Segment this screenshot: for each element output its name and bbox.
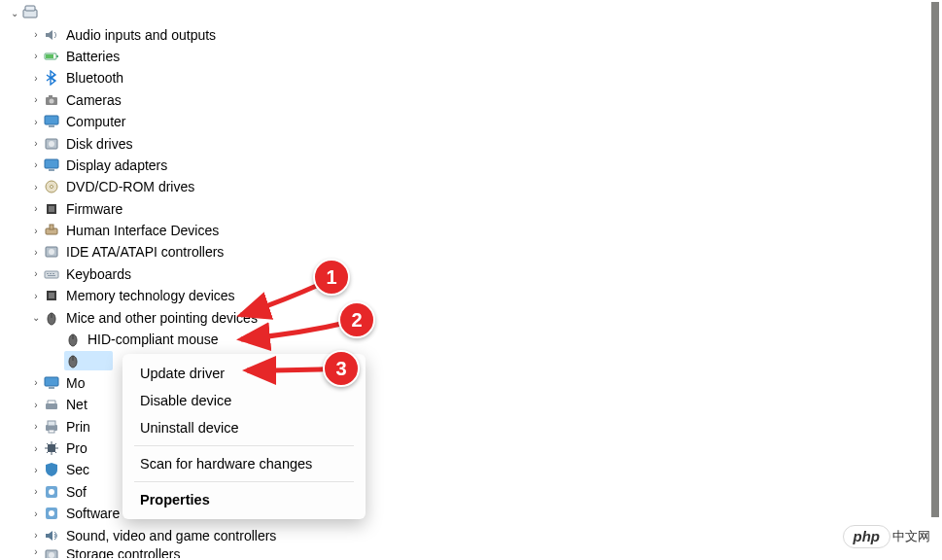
tree-item-label: Sec xyxy=(66,462,93,477)
ctx-properties[interactable]: Properties xyxy=(122,486,366,513)
chevron-right-icon[interactable]: › xyxy=(29,421,43,432)
tree-item-label: HID-compliant mouse xyxy=(87,332,223,347)
tree-item-display-adapters[interactable]: › Display adapters xyxy=(29,155,902,176)
tree-item-label: Mo xyxy=(66,375,88,391)
tree-item-label: DVD/CD-ROM drives xyxy=(66,179,198,194)
processor-icon xyxy=(43,439,60,457)
watermark-logo: php xyxy=(843,525,891,548)
mouse-icon xyxy=(64,331,82,348)
chevron-right-icon[interactable]: › xyxy=(29,443,43,454)
tree-item-label: Sof xyxy=(66,484,90,500)
chevron-right-icon[interactable]: › xyxy=(29,400,43,410)
tree-item-label: Memory technology devices xyxy=(66,288,239,303)
chevron-right-icon[interactable]: › xyxy=(29,51,43,61)
chevron-right-icon[interactable]: › xyxy=(29,247,43,258)
watermark-text: 中文网 xyxy=(892,528,930,545)
chevron-right-icon[interactable]: › xyxy=(29,159,43,170)
tree-item-label: Pro xyxy=(66,440,91,456)
monitor-icon xyxy=(43,374,60,392)
annotation-badge-2: 2 xyxy=(338,301,375,338)
tree-item-label: Software xyxy=(66,506,123,521)
tree-item-dvd[interactable]: › DVD/CD-ROM drives xyxy=(29,176,902,197)
software-device-icon xyxy=(43,505,60,522)
display-adapter-icon xyxy=(43,157,60,174)
tree-item-label: Firmware xyxy=(66,201,126,217)
tree-item-label: Display adapters xyxy=(66,158,171,173)
tree-item-label: Computer xyxy=(66,114,129,129)
chevron-right-icon[interactable]: › xyxy=(29,465,43,475)
tree-item-label: Mice and other pointing devices xyxy=(66,310,262,326)
tree-item-hid[interactable]: › Human Interface Devices xyxy=(29,220,902,241)
tree-item-label: Keyboards xyxy=(66,266,135,282)
tree-item-computer[interactable]: › Computer xyxy=(29,111,902,132)
chevron-right-icon[interactable]: › xyxy=(29,508,43,519)
monitor-icon xyxy=(43,113,60,130)
annotation-badge-1: 1 xyxy=(313,259,350,296)
chevron-right-icon[interactable]: › xyxy=(29,94,43,105)
tree-item-storage-controllers[interactable]: › Storage controllers xyxy=(29,546,902,558)
chevron-right-icon[interactable]: › xyxy=(29,117,43,127)
chevron-right-icon[interactable]: › xyxy=(29,377,43,388)
chevron-right-icon[interactable]: › xyxy=(29,138,43,149)
tree-item-keyboards[interactable]: › Keyboards xyxy=(29,263,902,285)
tree-item-label: Human Interface Devices xyxy=(66,223,223,238)
tree-item-ide[interactable]: › IDE ATA/ATAPI controllers xyxy=(29,241,902,262)
tree-item-label: IDE ATA/ATAPI controllers xyxy=(66,244,227,260)
disk-icon xyxy=(43,135,60,153)
mouse-icon xyxy=(43,309,60,327)
battery-icon xyxy=(43,48,60,65)
security-icon xyxy=(43,461,60,478)
sound-icon xyxy=(43,527,60,544)
tree-root-row[interactable]: ⌄ xyxy=(8,2,902,23)
chevron-right-icon[interactable]: › xyxy=(29,530,43,541)
annotation-badge-3: 3 xyxy=(323,350,360,387)
firmware-icon xyxy=(43,200,60,218)
chevron-right-icon[interactable]: › xyxy=(29,182,43,192)
tree-item-label: Disk drives xyxy=(66,136,136,152)
chevron-down-icon[interactable]: ⌄ xyxy=(29,312,43,323)
ctx-uninstall-device[interactable]: Uninstall device xyxy=(122,414,366,441)
tree-item-label: Cameras xyxy=(66,92,125,108)
memory-icon xyxy=(43,287,60,304)
chevron-right-icon[interactable]: › xyxy=(29,291,43,301)
chevron-right-icon[interactable]: › xyxy=(29,29,43,40)
tree-item-label: Prin xyxy=(66,419,94,435)
storage-controller-icon xyxy=(43,243,60,261)
separator xyxy=(134,481,354,482)
chevron-right-icon[interactable]: › xyxy=(29,73,43,84)
tree-item-sound[interactable]: › Sound, video and game controllers xyxy=(29,524,902,545)
chevron-right-icon[interactable]: › xyxy=(29,226,43,236)
chevron-right-icon[interactable]: › xyxy=(29,203,43,214)
chevron-right-icon[interactable]: › xyxy=(29,268,43,279)
tree-item-label: Bluetooth xyxy=(66,70,127,86)
chevron-right-icon[interactable]: › xyxy=(29,486,43,497)
scrollbar-thumb[interactable] xyxy=(931,2,939,517)
tree-item-label: Audio inputs and outputs xyxy=(66,27,220,43)
chevron-down-icon[interactable]: ⌄ xyxy=(8,8,21,18)
ctx-disable-device[interactable]: Disable device xyxy=(122,387,366,414)
watermark: php 中文网 xyxy=(843,525,931,548)
tree-item-audio[interactable]: › Audio inputs and outputs xyxy=(29,23,902,45)
tree-item-cameras[interactable]: › Cameras xyxy=(29,89,902,111)
tree-item-hid-mouse[interactable]: · HID-compliant mouse xyxy=(51,329,902,350)
tree-item-mice[interactable]: ⌄ Mice and other pointing devices xyxy=(29,306,902,328)
mouse-icon xyxy=(64,352,82,369)
bluetooth-icon xyxy=(43,69,60,87)
tree-item-memory[interactable]: › Memory technology devices xyxy=(29,285,902,306)
tree-item-label: Sound, video and game controllers xyxy=(66,528,280,543)
chevron-right-icon[interactable]: › xyxy=(29,546,43,557)
hid-icon xyxy=(43,222,60,239)
tree-item-firmware[interactable]: › Firmware xyxy=(29,198,902,220)
separator xyxy=(134,445,354,446)
scrollbar-track[interactable] xyxy=(928,0,942,560)
network-icon xyxy=(43,396,60,413)
selected-node[interactable] xyxy=(64,351,113,370)
tree-item-batteries[interactable]: › Batteries xyxy=(29,46,902,67)
optical-icon xyxy=(43,178,60,195)
ctx-scan-hardware[interactable]: Scan for hardware changes xyxy=(122,450,366,477)
tree-item-label: Batteries xyxy=(66,49,123,64)
speaker-icon xyxy=(43,26,60,44)
tree-item-disk-drives[interactable]: › Disk drives xyxy=(29,132,902,154)
tree-item-bluetooth[interactable]: › Bluetooth xyxy=(29,67,902,88)
software-component-icon xyxy=(43,483,60,501)
